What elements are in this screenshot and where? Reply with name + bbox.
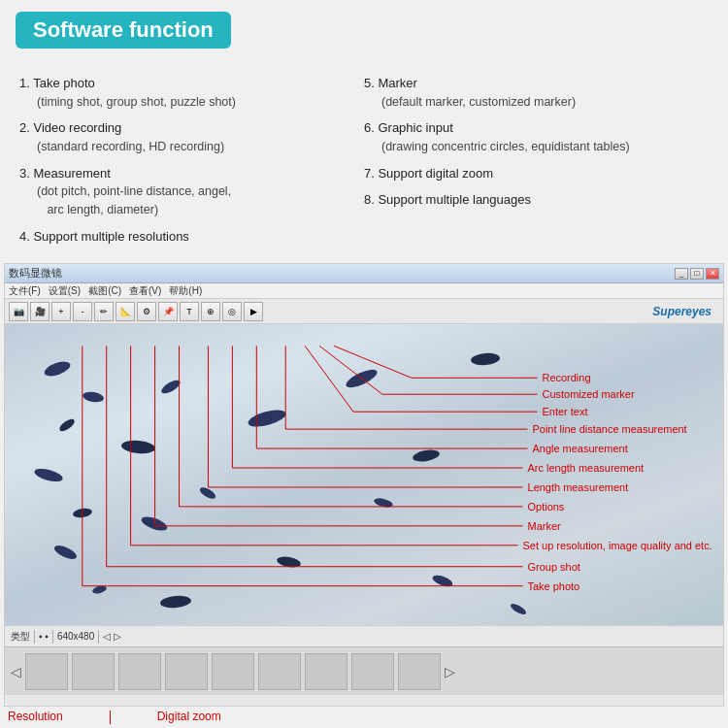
close-button[interactable]: ✕ bbox=[706, 268, 719, 280]
bacteria-2 bbox=[82, 390, 104, 404]
bacteria-7 bbox=[91, 584, 107, 595]
bottom-labels: Resolution Digital zoom bbox=[0, 707, 728, 728]
bacteria-1 bbox=[43, 359, 72, 380]
toolbar-btn-10[interactable]: ⊕ bbox=[201, 302, 220, 321]
status-sep-2 bbox=[52, 630, 53, 644]
feature-2-main: 2. Video recording bbox=[19, 118, 364, 138]
bacteria-9 bbox=[159, 378, 182, 396]
thumbnail-6[interactable] bbox=[258, 653, 301, 690]
bottom-sep bbox=[110, 711, 111, 724]
feature-3: 3. Measurement (dot pitch, point-line di… bbox=[19, 164, 364, 219]
menu-help[interactable]: 帮助(H) bbox=[169, 284, 202, 298]
toolbar-btn-1[interactable]: 📷 bbox=[9, 302, 28, 321]
features-section: 1. Take photo (timing shot, group shot, … bbox=[0, 64, 728, 263]
toolbar-btn-3[interactable]: + bbox=[51, 302, 71, 321]
status-slider[interactable]: ◁ ▷ bbox=[103, 631, 121, 642]
bacteria-3 bbox=[57, 417, 76, 434]
page-container: Software function 1. Take photo (timing … bbox=[0, 0, 728, 728]
toolbar-btn-6[interactable]: 📐 bbox=[116, 302, 135, 321]
thumbnail-7[interactable] bbox=[305, 653, 347, 690]
menu-view[interactable]: 查看(V) bbox=[129, 284, 161, 298]
feature-1: 1. Take photo (timing shot, group shot, … bbox=[19, 74, 364, 111]
feature-5: 5. Marker (default marker, customized ma… bbox=[364, 74, 709, 111]
app-statusbar: 类型 ▪ ▪ 640x480 ◁ ▷ bbox=[5, 625, 723, 646]
toolbar-btn-7[interactable]: ⚙ bbox=[137, 302, 156, 321]
toolbar-btn-4[interactable]: - bbox=[73, 302, 92, 321]
minimize-button[interactable]: _ bbox=[675, 268, 688, 280]
feature-6-main: 6. Graphic input bbox=[364, 118, 709, 138]
menu-settings[interactable]: 设置(S) bbox=[49, 284, 81, 298]
page-title: Software function bbox=[16, 12, 231, 49]
thumbnail-2[interactable] bbox=[72, 653, 115, 690]
bacteria-20 bbox=[509, 602, 527, 616]
toolbar-btn-12[interactable]: ▶ bbox=[244, 302, 263, 321]
feature-5-main: 5. Marker bbox=[364, 74, 709, 93]
menu-capture[interactable]: 截图(C) bbox=[88, 284, 121, 298]
bacteria-12 bbox=[198, 485, 217, 501]
features-col-left: 1. Take photo (timing shot, group shot, … bbox=[19, 74, 364, 253]
bacteria-18 bbox=[431, 574, 454, 589]
status-sep-3 bbox=[98, 630, 99, 644]
bacteria-13 bbox=[247, 407, 287, 430]
app-logo: Supereyes bbox=[652, 305, 719, 318]
feature-3-main: 3. Measurement bbox=[19, 164, 364, 183]
feature-5-sub: (default marker, customized marker) bbox=[364, 93, 709, 112]
bacteria-16 bbox=[373, 497, 393, 510]
feature-4-main: 4. Support multiple resolutions bbox=[19, 227, 364, 247]
app-menubar: 文件(F) 设置(S) 截图(C) 查看(V) 帮助(H) bbox=[5, 283, 723, 299]
feature-1-sub: (timing shot, group shot, puzzle shot) bbox=[19, 93, 364, 112]
app-window: 数码显微镜 _ □ ✕ 文件(F) 设置(S) 截图(C) 查看(V) 帮助(H… bbox=[5, 264, 723, 706]
maximize-button[interactable]: □ bbox=[690, 268, 704, 280]
status-sep-1 bbox=[34, 630, 35, 644]
feature-6: 6. Graphic input (drawing concentric cir… bbox=[364, 118, 709, 155]
feature-4: 4. Support multiple resolutions bbox=[19, 227, 364, 247]
screenshot-section: 数码显微镜 _ □ ✕ 文件(F) 设置(S) 截图(C) 查看(V) 帮助(H… bbox=[4, 263, 724, 707]
feature-3-sub: (dot pitch, point-line distance, angel, … bbox=[19, 182, 364, 219]
thumbnail-9[interactable] bbox=[398, 653, 441, 690]
app-content: Recording Customized marker Enter text P… bbox=[5, 324, 723, 625]
app-titlebar: 数码显微镜 _ □ ✕ bbox=[5, 264, 723, 283]
status-type: 类型 bbox=[11, 630, 30, 644]
resolution-label: Resolution bbox=[0, 710, 71, 723]
status-icon: ▪ ▪ bbox=[39, 631, 49, 642]
app-title: 数码显微镜 bbox=[9, 266, 62, 281]
thumb-prev[interactable]: ◁ bbox=[11, 664, 21, 679]
bacteria-8 bbox=[121, 439, 156, 454]
bacteria-4 bbox=[33, 466, 64, 483]
feature-8-main: 8. Support multiple languages bbox=[364, 190, 709, 210]
toolbar-btn-9[interactable]: T bbox=[180, 302, 199, 321]
bacteria-10 bbox=[140, 514, 169, 534]
feature-1-main: 1. Take photo bbox=[19, 74, 364, 93]
status-resolution: 640x480 bbox=[57, 631, 94, 642]
bacteria-15 bbox=[344, 366, 380, 391]
thumbnail-4[interactable] bbox=[165, 653, 208, 690]
toolbar-btn-5[interactable]: ✏ bbox=[94, 302, 114, 321]
toolbar-btn-11[interactable]: ◎ bbox=[222, 302, 242, 321]
feature-7-main: 7. Support digital zoom bbox=[364, 164, 709, 183]
feature-2: 2. Video recording (standard recording, … bbox=[19, 118, 364, 155]
bacteria-14 bbox=[276, 555, 301, 569]
features-col-right: 5. Marker (default marker, customized ma… bbox=[364, 74, 709, 253]
thumbnail-1[interactable] bbox=[25, 653, 68, 690]
thumb-next[interactable]: ▷ bbox=[445, 664, 455, 679]
thumbnail-3[interactable] bbox=[118, 653, 161, 690]
feature-7: 7. Support digital zoom bbox=[364, 164, 709, 183]
feature-2-sub: (standard recording, HD recording) bbox=[19, 138, 364, 156]
feature-8: 8. Support multiple languages bbox=[364, 190, 709, 210]
thumbnail-5[interactable] bbox=[212, 653, 254, 690]
menu-file[interactable]: 文件(F) bbox=[9, 284, 41, 298]
bacteria-11 bbox=[160, 595, 192, 610]
toolbar-btn-2[interactable]: 🎥 bbox=[30, 302, 50, 321]
thumbnail-8[interactable] bbox=[351, 653, 394, 690]
bacteria-19 bbox=[471, 352, 501, 367]
header-section: Software function bbox=[0, 0, 728, 64]
bacteria-17 bbox=[412, 448, 440, 464]
micro-bg bbox=[5, 324, 723, 625]
titlebar-buttons[interactable]: _ □ ✕ bbox=[675, 268, 719, 280]
bacteria-6 bbox=[52, 543, 79, 562]
digital-zoom-label: Digital zoom bbox=[149, 710, 229, 723]
bacteria-5 bbox=[72, 507, 92, 518]
toolbar-left: 📷 🎥 + - ✏ 📐 ⚙ 📌 T ⊕ ◎ ▶ bbox=[9, 302, 263, 321]
app-thumbnails: ◁ ▷ bbox=[5, 646, 723, 695]
toolbar-btn-8[interactable]: 📌 bbox=[158, 302, 178, 321]
